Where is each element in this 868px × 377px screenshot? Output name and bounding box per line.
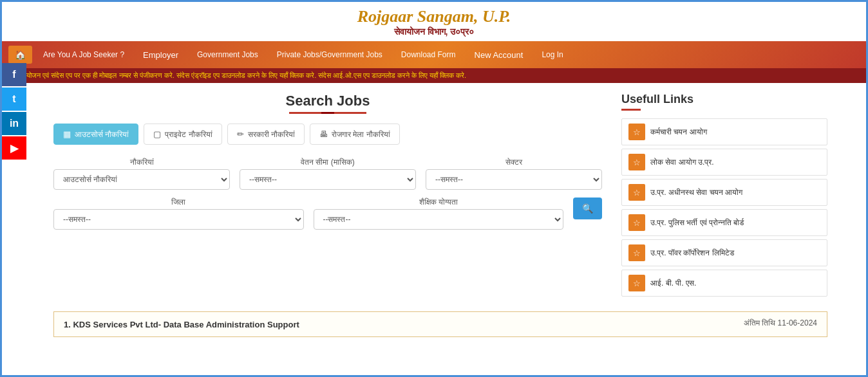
naukri-select[interactable]: आउटसोर्स नौकरियां: [53, 169, 230, 190]
star-icon-6: ☆: [628, 275, 645, 291]
links-underline: [621, 109, 641, 111]
job-tabs: ▦ आउटसोर्स नौकरियां ▢ प्राइवेट नौकरियां …: [53, 124, 602, 145]
star-icon-1: ☆: [628, 124, 645, 140]
home-button[interactable]: 🏠: [8, 46, 32, 64]
sector-label: सेक्टर: [426, 158, 602, 167]
link-karmchari-label: कर्मचारी चयन आयोग: [650, 127, 707, 136]
nav-new-account[interactable]: New Account: [467, 46, 531, 64]
qualification-select[interactable]: --समस्त--: [314, 209, 564, 230]
salary-select[interactable]: --समस्त--: [240, 169, 416, 190]
link-karmchari[interactable]: ☆ कर्मचारी चयन आयोग: [621, 118, 827, 145]
qualification-label: शैक्षिक योग्यता: [314, 198, 564, 207]
job-number: 1.: [64, 320, 71, 329]
search-title: Search Jobs: [53, 93, 602, 109]
form-row-1: नौकरियां आउटसोर्स नौकरियां वेतन सीमा (मा…: [53, 158, 602, 190]
navbar: 🏠 Are You A Job Seeker ? Employer Govern…: [2, 41, 866, 68]
outsource-icon: ▦: [63, 129, 71, 139]
link-police[interactable]: ☆ उ.प्र. पुलिस भर्ती एवं प्रोन्नति बोर्ड: [621, 209, 827, 236]
tab-private[interactable]: ▢ प्राइवेट नौकरियां: [144, 124, 222, 145]
govt-icon: ✏: [237, 129, 244, 139]
link-ibps-label: आई. बी. पी. एस.: [650, 279, 696, 288]
search-button[interactable]: 🔍: [573, 198, 602, 219]
header-logo: Rojgaar Sangam, U.P. सेवायोजन विभाग, उ०प…: [2, 2, 866, 41]
job-listing[interactable]: अंतिम तिथि 11-06-2024 1. KDS Services Pv…: [53, 311, 827, 337]
tab-govt-label: सरकारी नौकरियां: [248, 130, 295, 139]
nav-private-jobs[interactable]: Private Jobs/Government Jobs: [269, 46, 390, 63]
zila-select[interactable]: --समस्त--: [53, 209, 304, 230]
private-icon: ▢: [153, 129, 161, 139]
link-lok-sewa[interactable]: ☆ लोक सेवा आयोग उ.प्र.: [621, 149, 827, 176]
linkedin-button[interactable]: in: [2, 112, 26, 135]
link-police-label: उ.प्र. पुलिस भर्ती एवं प्रोन्नति बोर्ड: [650, 218, 744, 227]
twitter-button[interactable]: t: [2, 87, 26, 111]
search-icon: 🔍: [582, 203, 593, 214]
youtube-button[interactable]: ▶: [2, 136, 26, 160]
job-role: Data Base Administration Support: [164, 320, 299, 329]
nav-employer[interactable]: Employer: [135, 46, 186, 64]
search-underline: [289, 112, 366, 114]
links-section: Usefull Links ☆ कर्मचारी चयन आयोग ☆ लोक …: [621, 93, 827, 300]
link-adhinas-label: उ.प्र. अधीनस्थ सेवा चयन आयोग: [650, 188, 742, 197]
star-icon-4: ☆: [628, 214, 645, 231]
star-icon-5: ☆: [628, 244, 645, 261]
star-icon-2: ☆: [628, 154, 645, 170]
sector-select[interactable]: --समस्त--: [426, 169, 602, 190]
main-content: Search Jobs ▦ आउटसोर्स नौकरियां ▢ प्राइव…: [2, 83, 866, 306]
link-ibps[interactable]: ☆ आई. बी. पी. एस.: [621, 270, 827, 297]
tab-outsource-label: आउटसोर्स नौकरियां: [75, 130, 129, 139]
form-row-2: जिला --समस्त-- शैक्षिक योग्यता --समस्त--…: [53, 198, 602, 230]
twitter-icon: t: [12, 93, 15, 105]
tab-govt[interactable]: ✏ सरकारी नौकरियां: [227, 124, 305, 145]
links-title: Usefull Links: [621, 93, 827, 106]
mela-icon: 🖶: [319, 129, 328, 139]
star-icon-3: ☆: [628, 184, 645, 201]
youtube-icon: ▶: [10, 142, 18, 154]
salary-label: वेतन सीमा (मासिक): [240, 158, 416, 167]
job-company: KDS Services Pvt Ltd-: [73, 320, 161, 329]
job-date: अंतिम तिथि 11-06-2024: [744, 318, 817, 327]
tab-mela-label: रोजगार मेला नौकरियां: [332, 130, 390, 139]
logo-subtitle: सेवायोजन विभाग, उ०प्र०: [2, 26, 866, 37]
nav-govt-jobs[interactable]: Government Jobs: [189, 46, 266, 63]
job-title: 1. KDS Services Pvt Ltd- Data Base Admin…: [64, 320, 299, 329]
zila-group: जिला --समस्त--: [53, 198, 304, 230]
ticker-text: तु.सेवायोजन एवं संदेस एप पर एक ही मोबाइल…: [12, 71, 466, 79]
ticker-bar: तु.सेवायोजन एवं संदेस एप पर एक ही मोबाइल…: [2, 68, 866, 83]
nav-log-in[interactable]: Log In: [534, 46, 571, 63]
tab-outsource[interactable]: ▦ आउटसोर्स नौकरियां: [53, 124, 138, 145]
sector-group: सेक्टर --समस्त--: [426, 158, 602, 190]
link-power[interactable]: ☆ उ.प्र. पॉवर कॉर्पोरेशन लिमिटेड: [621, 239, 827, 266]
link-power-label: उ.प्र. पॉवर कॉर्पोरेशन लिमिटेड: [650, 248, 734, 257]
facebook-button[interactable]: f: [2, 63, 26, 86]
social-sidebar: f t in ▶: [2, 63, 29, 161]
link-adhinas[interactable]: ☆ उ.प्र. अधीनस्थ सेवा चयन आयोग: [621, 179, 827, 206]
salary-group: वेतन सीमा (मासिक) --समस्त--: [240, 158, 416, 190]
qualification-group: शैक्षिक योग्यता --समस्त--: [314, 198, 564, 230]
nav-download-form[interactable]: Download Form: [393, 46, 464, 63]
naukri-group: नौकरियां आउटसोर्स नौकरियां: [53, 158, 230, 190]
facebook-icon: f: [12, 69, 15, 80]
nav-job-seeker[interactable]: Are You A Job Seeker ?: [35, 46, 132, 63]
search-section: Search Jobs ▦ आउटसोर्स नौकरियां ▢ प्राइव…: [53, 93, 602, 300]
tab-mela[interactable]: 🖶 रोजगार मेला नौकरियां: [310, 124, 400, 145]
linkedin-icon: in: [10, 118, 19, 129]
naukri-label: नौकरियां: [53, 158, 230, 167]
tab-private-label: प्राइवेट नौकरियां: [165, 130, 212, 139]
zila-label: जिला: [53, 198, 304, 207]
link-lok-sewa-label: लोक सेवा आयोग उ.प्र.: [650, 158, 714, 167]
logo-title: Rojgaar Sangam, U.P.: [2, 7, 866, 26]
